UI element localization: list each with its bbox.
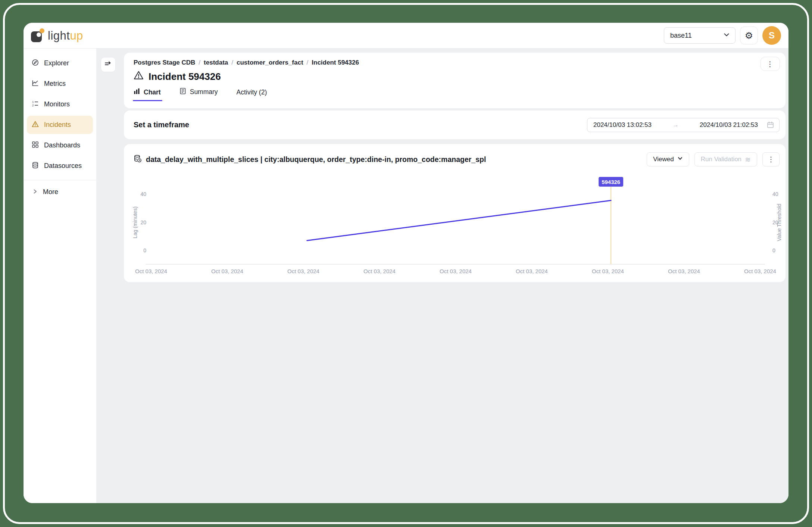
breadcrumb-item[interactable]: Postgres Stage CDB: [134, 59, 195, 66]
datasource-clock-icon: [134, 155, 142, 165]
sidebar-item-monitors[interactable]: 12 Monitors: [24, 94, 96, 115]
incidents-icon: [32, 121, 39, 130]
chevron-down-icon: [677, 156, 683, 163]
sidebar-item-more[interactable]: More: [24, 183, 96, 201]
bar-chart-icon: [134, 88, 140, 96]
metric-title: data_delay_with_multiple_slices | city:a…: [134, 155, 486, 165]
sidebar-item-datasources[interactable]: Datasources: [24, 156, 96, 176]
breadcrumb-item[interactable]: Incident 594326: [312, 59, 359, 66]
series-line: [307, 200, 611, 241]
run-validation-button[interactable]: Run Validation ≋: [694, 152, 757, 166]
x-tick-label: Oct 03, 2024: [744, 268, 776, 274]
tab-summary[interactable]: Summary: [179, 88, 218, 101]
timeframe-start-value: 2024/10/03 13:02:53: [593, 121, 652, 129]
lightup-logo: lightup: [31, 28, 83, 43]
incident-menu-button[interactable]: ⋮: [761, 57, 780, 71]
right-axis-tick: 40: [772, 191, 778, 197]
calendar-icon: [767, 121, 774, 128]
incident-chart[interactable]: 4020040200Lag (minutes)Value ThresholdOc…: [124, 170, 786, 282]
top-nav: lightup base11 ⚙ S: [24, 23, 788, 49]
incident-status-select[interactable]: Viewed: [647, 152, 689, 166]
left-axis-tick: 40: [140, 191, 146, 197]
timeframe-end-value: 2024/10/03 21:02:53: [700, 121, 758, 129]
incident-header-card: Postgres Stage CDB/testdata/customer_ord…: [124, 53, 786, 108]
warning-triangle-icon: [134, 70, 144, 83]
metrics-icon: [32, 79, 39, 88]
main-content: Postgres Stage CDB/testdata/customer_ord…: [96, 49, 788, 503]
timeframe-card: Set a timeframe 2024/10/03 13:02:53 → 20…: [124, 110, 786, 139]
tab-chart[interactable]: Chart: [134, 88, 161, 101]
breadcrumb-separator: /: [307, 59, 309, 66]
dashboards-icon: [32, 141, 39, 150]
sidebar-item-explorer[interactable]: Explorer: [24, 53, 96, 74]
right-axis-tick: 0: [772, 247, 775, 253]
breadcrumb-item[interactable]: testdata: [204, 59, 228, 66]
left-axis-tick: 0: [143, 247, 146, 253]
breadcrumb-separator: /: [231, 59, 233, 66]
incident-chart-card: data_delay_with_multiple_slices | city:a…: [124, 144, 786, 282]
svg-text:1: 1: [32, 100, 34, 104]
user-avatar[interactable]: S: [762, 26, 781, 45]
sidebar-item-dashboards[interactable]: Dashboards: [24, 135, 96, 156]
breadcrumb-separator: /: [199, 59, 200, 66]
app-window: lightup base11 ⚙ S Explorer: [24, 23, 788, 503]
chevron-down-icon: [723, 31, 730, 40]
settings-button[interactable]: ⚙: [740, 26, 758, 44]
chart-canvas: 4020040200Lag (minutes)Value ThresholdOc…: [124, 170, 786, 282]
x-tick-label: Oct 03, 2024: [668, 268, 700, 274]
x-tick-label: Oct 03, 2024: [516, 268, 548, 274]
page-background: lightup base11 ⚙ S Explorer: [0, 0, 812, 527]
gear-icon: ⚙: [745, 30, 753, 41]
arrow-right-icon: →: [652, 121, 700, 129]
x-tick-label: Oct 03, 2024: [211, 268, 243, 274]
lightup-logo-text: lightup: [48, 30, 83, 43]
collapse-arrow-icon: [104, 59, 113, 70]
validation-icon: ≋: [745, 155, 751, 164]
sidebar: Explorer Metrics 12 Monitors Incidents D…: [24, 49, 96, 503]
breadcrumb: Postgres Stage CDB/testdata/customer_ord…: [134, 59, 776, 66]
document-icon: [179, 88, 186, 96]
workspace-select-value: base11: [670, 32, 692, 40]
sidebar-collapse-button[interactable]: [101, 57, 116, 72]
page-title: Incident 594326: [149, 71, 221, 82]
chevron-right-icon: [32, 188, 38, 196]
x-tick-label: Oct 03, 2024: [440, 268, 472, 274]
timeframe-range-picker[interactable]: 2024/10/03 13:02:53 → 2024/10/03 21:02:5…: [587, 118, 780, 132]
chart-menu-button[interactable]: ⋮: [762, 152, 780, 166]
svg-text:2: 2: [32, 104, 34, 107]
kebab-icon: ⋮: [768, 155, 774, 163]
datasources-icon: [32, 162, 39, 171]
lightup-logo-icon: [31, 28, 44, 43]
left-axis-label: Lag (minutes): [132, 206, 138, 238]
left-axis-tick: 20: [140, 219, 146, 225]
tab-bar: Chart Summary Activity (2): [134, 88, 776, 101]
x-tick-label: Oct 03, 2024: [287, 268, 319, 274]
x-tick-label: Oct 03, 2024: [135, 268, 167, 274]
explorer-icon: [32, 59, 39, 68]
x-tick-label: Oct 03, 2024: [363, 268, 396, 274]
sidebar-item-incidents[interactable]: Incidents: [27, 116, 93, 134]
right-axis-label: Value Threshold: [776, 204, 782, 241]
incident-badge-label[interactable]: 594326: [602, 179, 620, 185]
sidebar-divider: [24, 180, 96, 180]
breadcrumb-item[interactable]: customer_orders_fact: [237, 59, 303, 66]
x-tick-label: Oct 03, 2024: [592, 268, 624, 274]
monitors-icon: 12: [32, 100, 39, 109]
sidebar-item-metrics[interactable]: Metrics: [24, 74, 96, 94]
timeframe-label: Set a timeframe: [134, 121, 189, 129]
kebab-icon: ⋮: [766, 60, 774, 68]
workspace-select[interactable]: base11: [664, 27, 736, 44]
tab-activity[interactable]: Activity (2): [237, 88, 267, 101]
